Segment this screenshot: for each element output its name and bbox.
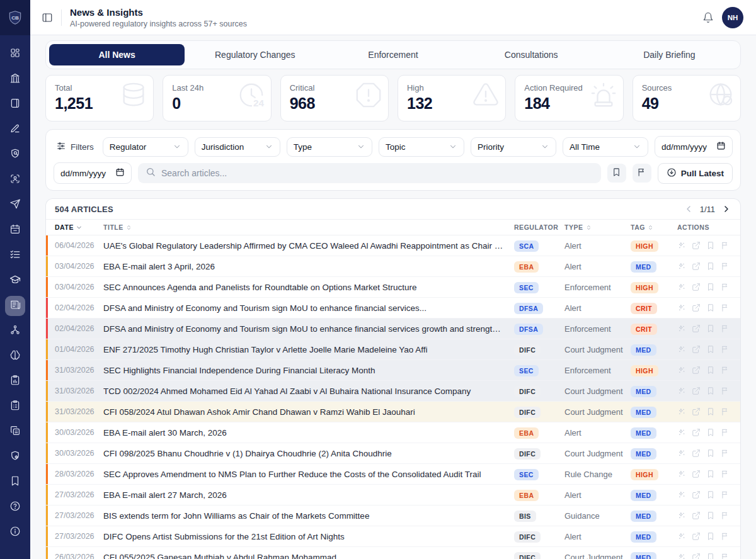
ai-sparkle-icon[interactable] <box>677 387 686 395</box>
external-link-icon[interactable] <box>692 428 701 437</box>
filter-dropdown-topic[interactable]: Topic <box>379 137 464 157</box>
table-row[interactable]: 26/03/2026 CFI 055/2025 Ganesan Muthiah … <box>46 547 740 559</box>
table-row[interactable]: 02/04/2026 DFSA and Ministry of Economy … <box>46 298 740 319</box>
flag-action-icon[interactable] <box>721 511 730 520</box>
table-row[interactable]: 27/03/2026 EBA E-mail alert 27 March, 20… <box>46 485 740 505</box>
bookmark-action-icon[interactable] <box>706 428 715 437</box>
ai-sparkle-icon[interactable] <box>677 532 686 541</box>
bookmark-action-icon[interactable] <box>706 553 715 559</box>
ai-sparkle-icon[interactable] <box>677 511 686 520</box>
bookmark-action-icon[interactable] <box>706 366 715 375</box>
pull-latest-button[interactable]: Pull Latest <box>658 163 733 184</box>
filter-dropdown-jurisdiction[interactable]: Jurisdiction <box>195 137 280 157</box>
article-title[interactable]: DFSA and Ministry of Economy and Tourism… <box>103 303 514 313</box>
flag-action-icon[interactable] <box>721 387 730 395</box>
sidebar-item-calendar[interactable] <box>5 220 25 240</box>
ai-sparkle-icon[interactable] <box>677 366 686 375</box>
ai-sparkle-icon[interactable] <box>677 428 686 437</box>
sidebar-item-signature[interactable] <box>5 120 25 140</box>
external-link-icon[interactable] <box>692 490 701 499</box>
article-title[interactable]: CFI 098/2025 Bhanu Choudhrie v (1) Dhair… <box>103 449 514 458</box>
flag-action-icon[interactable] <box>721 283 730 291</box>
ai-sparkle-icon[interactable] <box>677 303 686 312</box>
bookmark-action-icon[interactable] <box>706 532 715 541</box>
filter-dropdown-priority[interactable]: Priority <box>471 137 556 157</box>
sidebar-item-learning[interactable] <box>5 271 25 291</box>
table-row[interactable]: 02/04/2026 DFSA and Ministry of Economy … <box>46 319 740 339</box>
external-link-icon[interactable] <box>692 511 701 520</box>
article-title[interactable]: CFI 055/2025 Ganesan Muthiah v Abdul Rah… <box>103 553 514 559</box>
date-from-input[interactable]: dd/mm/yyyy <box>655 136 733 157</box>
sidebar-item-identity[interactable] <box>5 170 25 190</box>
external-link-icon[interactable] <box>692 283 701 291</box>
table-row[interactable]: 31/03/2026 CFI 058/2024 Atul Dhawan Asho… <box>46 402 740 422</box>
article-title[interactable]: DIFC Opens Artist Submissions for the 21… <box>103 532 514 541</box>
bookmark-filter-button[interactable] <box>607 164 626 183</box>
external-link-icon[interactable] <box>692 387 701 395</box>
ai-sparkle-icon[interactable] <box>677 449 686 458</box>
sidebar-item-ai[interactable] <box>5 346 25 366</box>
article-title[interactable]: SEC Highlights Financial Independence Du… <box>103 366 514 375</box>
table-row[interactable]: 01/04/2026 ENF 271/2025 Timothy Hugh Chr… <box>46 339 740 360</box>
sidebar-item-network[interactable] <box>5 321 25 341</box>
sidebar-item-tasks[interactable] <box>5 246 25 266</box>
ai-sparkle-icon[interactable] <box>677 490 686 499</box>
external-link-icon[interactable] <box>692 366 701 375</box>
avatar[interactable]: NH <box>722 7 743 28</box>
table-row[interactable]: 27/03/2026 BIS extends term for John Wil… <box>46 505 740 526</box>
flag-action-icon[interactable] <box>721 262 730 271</box>
sidebar-item-help[interactable] <box>5 497 25 517</box>
ai-sparkle-icon[interactable] <box>677 262 686 271</box>
external-link-icon[interactable] <box>692 262 701 271</box>
bookmark-action-icon[interactable] <box>706 324 715 333</box>
flag-action-icon[interactable] <box>721 553 730 559</box>
sidebar-item-assessments[interactable] <box>5 397 25 417</box>
filter-dropdown-regulator[interactable]: Regulator <box>103 137 188 157</box>
external-link-icon[interactable] <box>692 553 701 559</box>
article-title[interactable]: CFI 058/2024 Atul Dhawan Ashok Amir Chan… <box>103 407 514 417</box>
flag-action-icon[interactable] <box>721 470 730 478</box>
table-row[interactable]: 03/04/2026 SEC Announces Agenda and Pane… <box>46 277 740 298</box>
sidebar-item-library[interactable] <box>5 94 25 115</box>
filter-dropdown-all-time[interactable]: All Time <box>563 137 648 157</box>
sidebar-toggle-icon[interactable] <box>42 12 53 23</box>
external-link-icon[interactable] <box>692 532 701 541</box>
table-row[interactable]: 30/03/2026 EBA E-mail alert 30 March, 20… <box>46 422 740 443</box>
external-link-icon[interactable] <box>692 303 701 312</box>
article-title[interactable]: EBA E-mail alert 3 April, 2026 <box>103 262 514 271</box>
ai-sparkle-icon[interactable] <box>677 470 686 478</box>
tab-daily-briefing[interactable]: Daily Briefing <box>602 44 737 65</box>
ai-sparkle-icon[interactable] <box>677 324 686 333</box>
flag-action-icon[interactable] <box>721 241 730 250</box>
column-header-title[interactable]: TITLE <box>103 223 514 231</box>
external-link-icon[interactable] <box>692 449 701 458</box>
table-row[interactable]: 28/03/2026 SEC Approves Amendment to NMS… <box>46 464 740 485</box>
flag-action-icon[interactable] <box>721 345 730 354</box>
sidebar-item-news[interactable] <box>5 296 25 316</box>
sidebar-item-compliance[interactable] <box>5 145 25 165</box>
external-link-icon[interactable] <box>692 470 701 478</box>
flag-action-icon[interactable] <box>721 303 730 312</box>
ai-sparkle-icon[interactable] <box>677 553 686 559</box>
article-title[interactable]: SEC Approves Amendment to NMS Plan to Fu… <box>103 470 514 479</box>
column-header-tag[interactable]: TAG <box>631 223 677 231</box>
article-title[interactable]: SEC Announces Agenda and Panelists for R… <box>103 283 514 292</box>
sidebar-item-documents[interactable] <box>5 422 25 442</box>
bookmark-action-icon[interactable] <box>706 387 715 395</box>
sidebar-item-bookmarks[interactable] <box>5 472 25 492</box>
table-row[interactable]: 31/03/2026 TCD 002/2024 Ahmed Mohamed Ei… <box>46 381 740 402</box>
tab-enforcement[interactable]: Enforcement <box>325 44 461 65</box>
flag-action-icon[interactable] <box>721 407 730 416</box>
prev-page-button[interactable] <box>684 204 694 214</box>
table-row[interactable]: 27/03/2026 DIFC Opens Artist Submissions… <box>46 526 740 547</box>
tab-regulatory-changes[interactable]: Regulatory Changes <box>187 44 323 65</box>
bookmark-action-icon[interactable] <box>706 241 715 250</box>
external-link-icon[interactable] <box>692 324 701 333</box>
bookmark-action-icon[interactable] <box>706 345 715 354</box>
bookmark-action-icon[interactable] <box>706 511 715 520</box>
table-row[interactable]: 30/03/2026 CFI 098/2025 Bhanu Choudhrie … <box>46 443 740 464</box>
tab-consultations[interactable]: Consultations <box>464 44 599 65</box>
flag-action-icon[interactable] <box>721 428 730 437</box>
article-title[interactable]: ENF 271/2025 Timothy Hugh Christian Tayl… <box>103 345 514 354</box>
bookmark-action-icon[interactable] <box>706 449 715 458</box>
